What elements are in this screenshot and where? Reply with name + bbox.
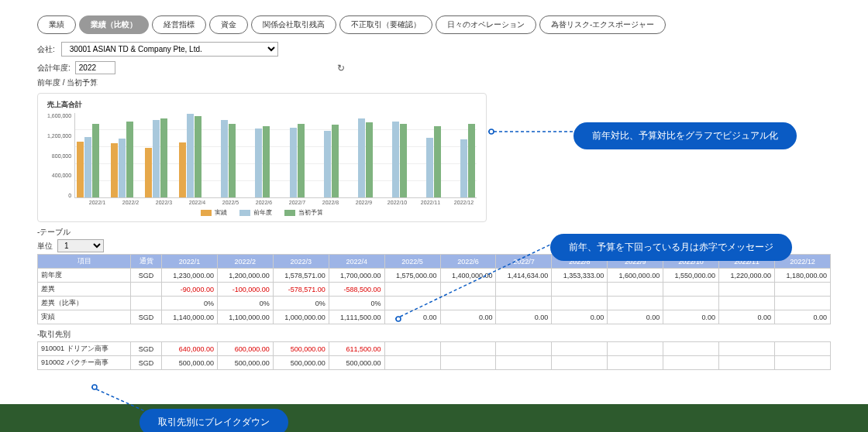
- legend-swatch-prev: [239, 210, 250, 216]
- tab-results-compare[interactable]: 業績（比較）: [79, 15, 149, 34]
- tab-bar: 業績 業績（比較） 経営指標 資金 関係会社取引残高 不正取引（要確認） 日々の…: [0, 0, 868, 42]
- legend-swatch-actual: [201, 210, 212, 216]
- chart-y-axis: 1,600,0001,200,000800,000400,0000: [47, 113, 74, 198]
- tab-fraud[interactable]: 不正取引（要確認）: [339, 15, 432, 34]
- svg-point-5: [92, 385, 97, 389]
- vendor-table: 910001 ドリアン商事SGD640,000.00600,000.00500,…: [37, 341, 831, 370]
- chart-panel: 売上高合計 1,600,0001,200,000800,000400,0000 …: [37, 93, 487, 222]
- connector-1: [488, 124, 581, 139]
- tab-kpi[interactable]: 経営指標: [152, 15, 206, 34]
- legend-swatch-budget: [284, 210, 295, 216]
- chart-title: 売上高合計: [47, 100, 477, 110]
- tab-funds[interactable]: 資金: [209, 15, 248, 34]
- chart-plot: [74, 113, 477, 198]
- tab-daily-ops[interactable]: 日々のオペレーション: [436, 15, 536, 34]
- company-label: 会社:: [37, 44, 55, 55]
- fy-input[interactable]: [75, 61, 115, 74]
- unit-select[interactable]: 1: [57, 239, 104, 252]
- unit-label: 単位: [37, 241, 53, 252]
- svg-point-1: [489, 129, 494, 134]
- refresh-icon[interactable]: ↻: [337, 63, 345, 74]
- chart-x-axis: 2022/12022/22022/32022/42022/52022/62022…: [84, 200, 477, 205]
- tab-results[interactable]: 業績: [37, 15, 76, 34]
- callout-breakdown: 取引先別にブレイクダウン: [140, 409, 288, 432]
- fy-label: 会計年度:: [37, 63, 71, 74]
- footer-band: [0, 404, 868, 432]
- callout-red-message: 前年、予算を下回っている月は赤字でメッセージ: [550, 234, 792, 261]
- compare-mode-label: 前年度 / 当初予算: [0, 77, 868, 88]
- callout-chart-visual: 前年対比、予算対比をグラフでビジュアル化: [574, 122, 797, 149]
- vendor-section-label: -取引先別: [0, 329, 868, 340]
- company-select[interactable]: 30001 ASIAN TD & Company Pte, Ltd.: [61, 42, 278, 57]
- main-table: 項目通貨2022/12022/22022/32022/42022/52022/6…: [37, 254, 831, 324]
- tab-fx-risk[interactable]: 為替リスク-エクスポージャー: [539, 15, 666, 34]
- chart-legend: 実績 前年度 当初予算: [47, 208, 477, 217]
- tab-related-balance[interactable]: 関係会社取引残高: [251, 15, 336, 34]
